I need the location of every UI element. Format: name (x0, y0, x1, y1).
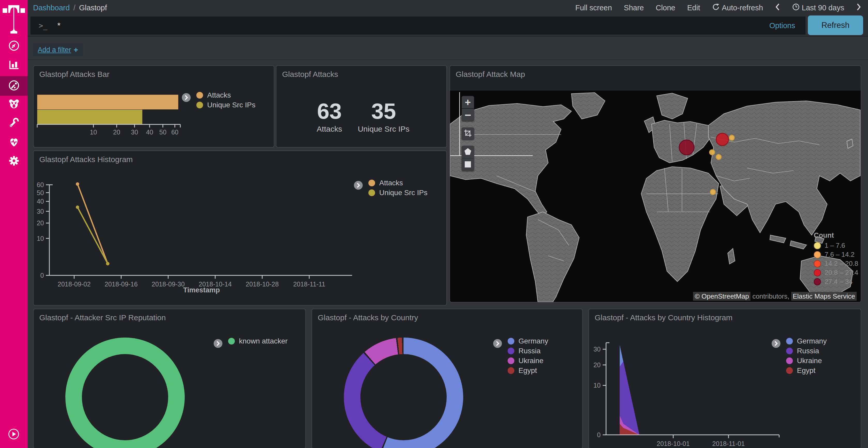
panel-title: Glastopf - Attacks by Country (318, 313, 418, 322)
attack-location-dot[interactable] (716, 133, 728, 145)
legend-toggle-button[interactable] (493, 339, 502, 348)
bear-icon (8, 98, 20, 111)
breadcrumb-dashboard-link[interactable]: Dashboard (33, 4, 70, 12)
svg-text:10: 10 (90, 129, 97, 136)
legend-item[interactable]: Germany (786, 337, 827, 346)
svg-text:30: 30 (131, 129, 138, 136)
legend-color-dot (196, 102, 203, 108)
sidebar-item-management[interactable] (0, 151, 28, 171)
map-legend-item: 7.6 – 14.2 (814, 250, 858, 259)
legend-label: Attacks (207, 91, 231, 99)
zoom-in-button[interactable]: + (462, 96, 474, 108)
sidebar-item-dashboard[interactable] (0, 76, 28, 96)
area-chart: 01020302018-10-012018-11-01 (589, 309, 861, 448)
attack-location-dot[interactable] (709, 150, 715, 155)
options-link[interactable]: Options (769, 22, 795, 30)
breadcrumb: Dashboard / Glastopf (33, 4, 107, 12)
legend-item[interactable]: Egypt (507, 366, 537, 375)
legend-item[interactable]: Egypt (786, 366, 815, 375)
minus-icon: − (464, 109, 471, 122)
metric-value: 35 (354, 100, 413, 122)
legend-label: Germany (797, 337, 827, 345)
full-screen-button[interactable]: Full screen (575, 4, 612, 12)
legend-item[interactable]: Russia (507, 347, 541, 355)
time-back-button[interactable] (775, 3, 780, 13)
line-chart: 01020304050602018-09-022018-09-162018-09… (34, 151, 446, 305)
donut-chart-country[interactable] (344, 338, 463, 448)
legend-item[interactable]: Germany (507, 337, 548, 346)
sidebar-collapse-button[interactable] (8, 428, 20, 440)
refresh-button[interactable]: Refresh (808, 15, 863, 35)
attack-location-dot[interactable] (710, 189, 716, 195)
metric-label: Attacks (302, 125, 356, 133)
metric-attacks: 63 Attacks (302, 100, 356, 133)
legend-toggle-button[interactable] (214, 339, 222, 348)
fit-bounds-button[interactable] (462, 128, 474, 140)
svg-text:20: 20 (593, 361, 601, 369)
sidebar-item-visualize[interactable] (0, 55, 28, 75)
attack-location-dot[interactable] (729, 135, 735, 140)
draw-polygon-button[interactable] (462, 146, 474, 158)
chevron-right-icon (856, 3, 861, 13)
legend-toggle-button[interactable] (354, 181, 363, 190)
svg-text:30: 30 (593, 346, 601, 353)
legend-item[interactable]: Russia (786, 347, 819, 355)
legend-color-dot (814, 260, 821, 267)
legend-label: 14.2 – 20.8 (825, 260, 858, 268)
sidebar-item-monitoring[interactable] (0, 133, 28, 152)
panel-title: Glastopf Attack Map (456, 70, 525, 79)
search-input[interactable]: >_ * Options (30, 16, 805, 35)
legend-item[interactable]: Ukraine (786, 356, 822, 365)
auto-refresh-button[interactable]: Auto-refresh (712, 3, 763, 13)
attack-location-dot[interactable] (716, 154, 721, 160)
map-legend-item: 20.8 – 27.4 (814, 268, 858, 277)
time-forward-button[interactable] (856, 3, 861, 13)
legend-item[interactable]: Attacks (368, 179, 403, 187)
legend-item[interactable]: Ukraine (507, 356, 543, 365)
attribution-link[interactable]: Elastic Maps Service (791, 292, 857, 301)
legend-color-dot (507, 338, 514, 345)
edit-button[interactable]: Edit (687, 4, 700, 12)
donut-chart-reputation[interactable] (65, 338, 185, 448)
share-button[interactable]: Share (624, 4, 644, 12)
sidebar-item-devtools[interactable] (0, 114, 28, 133)
clone-button[interactable]: Clone (656, 4, 675, 12)
attack-location-dot[interactable] (679, 140, 694, 155)
svg-text:30: 30 (37, 208, 44, 215)
svg-text:10: 10 (37, 235, 44, 242)
legend-color-dot (786, 338, 793, 345)
legend-item[interactable]: known attacker (228, 337, 287, 346)
legend-item[interactable]: Unique Src IPs (196, 101, 255, 109)
zoom-out-button[interactable]: − (462, 109, 474, 121)
square-icon (464, 161, 471, 169)
breadcrumb-separator: / (73, 4, 75, 12)
sidebar-item-honeypot[interactable] (0, 95, 28, 114)
attribution-link[interactable]: © OpenStreetMap (693, 292, 750, 301)
legend-item[interactable]: Unique Src IPs (368, 188, 428, 197)
legend-color-dot (507, 348, 514, 354)
sidebar-item-discover[interactable] (0, 36, 28, 56)
legend-color-dot (228, 338, 235, 345)
chevron-left-icon (775, 3, 780, 13)
query-value[interactable]: * (57, 21, 60, 30)
telekom-logo[interactable] (2, 4, 26, 34)
legend-label: 7.6 – 14.2 (825, 250, 855, 259)
legend-label: 1 – 7.6 (825, 242, 845, 249)
time-range-button[interactable]: Last 90 days (792, 3, 844, 13)
svg-text:60: 60 (171, 129, 179, 136)
legend-label: Russia (797, 347, 819, 355)
draw-rectangle-button[interactable] (462, 159, 474, 171)
world-map[interactable]: + − Count 1 – 7.67.6 – 14.214.2 – 20.820… (450, 91, 861, 302)
panel-attacks-metric: Glastopf Attacks 63 Attacks 35 Unique Sr… (276, 65, 447, 148)
add-filter-button[interactable]: Add a filter + (33, 43, 83, 56)
legend-toggle-button[interactable] (772, 339, 780, 348)
legend-toggle-button[interactable] (182, 93, 191, 102)
attribution-text: contributors, (750, 292, 791, 300)
sidebar (0, 0, 28, 448)
map-legend-item: 1 – 7.6 (814, 241, 858, 250)
map-canvas (450, 91, 861, 302)
legend-item[interactable]: Attacks (196, 91, 231, 100)
legend-color-dot (814, 269, 821, 276)
svg-text:2018-09-02: 2018-09-02 (58, 280, 91, 288)
svg-text:20: 20 (37, 219, 44, 227)
